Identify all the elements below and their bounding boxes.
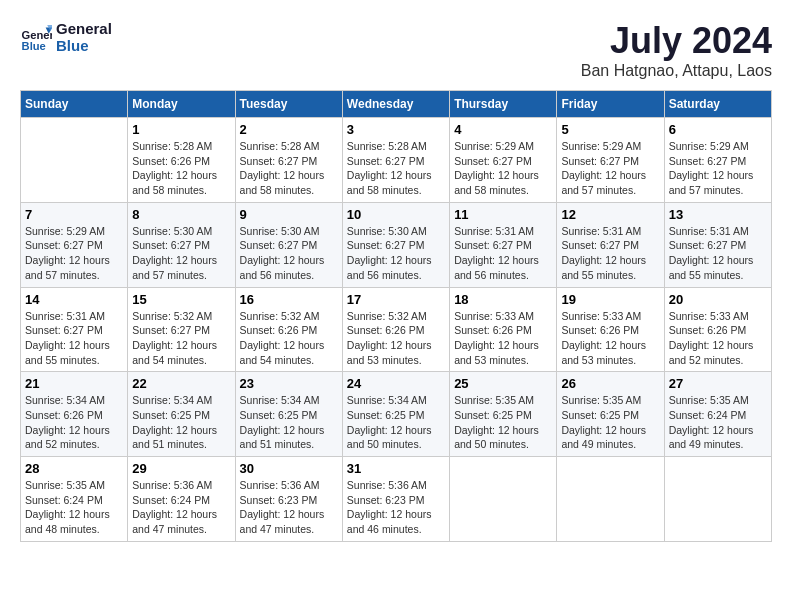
cell-w3-d5: 18Sunrise: 5:33 AMSunset: 6:26 PMDayligh… (450, 287, 557, 372)
cell-w4-d3: 23Sunrise: 5:34 AMSunset: 6:25 PMDayligh… (235, 372, 342, 457)
detail-line: and 58 minutes. (132, 183, 230, 198)
detail-line: Daylight: 12 hours (240, 338, 338, 353)
header-saturday: Saturday (664, 91, 771, 118)
detail-line: and 53 minutes. (454, 353, 552, 368)
detail-line: Sunrise: 5:34 AM (25, 393, 123, 408)
day-detail: Sunrise: 5:34 AMSunset: 6:25 PMDaylight:… (240, 393, 338, 452)
cell-w5-d4: 31Sunrise: 5:36 AMSunset: 6:23 PMDayligh… (342, 457, 449, 542)
detail-line: Sunrise: 5:35 AM (669, 393, 767, 408)
day-number: 15 (132, 292, 230, 307)
detail-line: Daylight: 12 hours (240, 507, 338, 522)
detail-line: and 48 minutes. (25, 522, 123, 537)
day-number: 31 (347, 461, 445, 476)
day-number: 21 (25, 376, 123, 391)
header-sunday: Sunday (21, 91, 128, 118)
detail-line: Sunset: 6:27 PM (347, 154, 445, 169)
header-thursday: Thursday (450, 91, 557, 118)
day-number: 1 (132, 122, 230, 137)
detail-line: Sunrise: 5:30 AM (132, 224, 230, 239)
detail-line: Sunset: 6:25 PM (347, 408, 445, 423)
day-number: 24 (347, 376, 445, 391)
detail-line: Sunset: 6:26 PM (454, 323, 552, 338)
day-detail: Sunrise: 5:30 AMSunset: 6:27 PMDaylight:… (132, 224, 230, 283)
detail-line: Sunset: 6:27 PM (132, 238, 230, 253)
detail-line: and 54 minutes. (132, 353, 230, 368)
detail-line: Sunset: 6:27 PM (669, 238, 767, 253)
detail-line: Sunset: 6:27 PM (454, 154, 552, 169)
day-detail: Sunrise: 5:32 AMSunset: 6:26 PMDaylight:… (347, 309, 445, 368)
detail-line: Daylight: 12 hours (669, 253, 767, 268)
day-number: 26 (561, 376, 659, 391)
detail-line: and 57 minutes. (669, 183, 767, 198)
detail-line: Sunrise: 5:29 AM (25, 224, 123, 239)
logo: General Blue General Blue (20, 20, 112, 54)
day-detail: Sunrise: 5:31 AMSunset: 6:27 PMDaylight:… (25, 309, 123, 368)
day-number: 7 (25, 207, 123, 222)
day-detail: Sunrise: 5:35 AMSunset: 6:24 PMDaylight:… (669, 393, 767, 452)
detail-line: Sunrise: 5:32 AM (240, 309, 338, 324)
day-detail: Sunrise: 5:33 AMSunset: 6:26 PMDaylight:… (454, 309, 552, 368)
day-number: 9 (240, 207, 338, 222)
detail-line: and 46 minutes. (347, 522, 445, 537)
detail-line: Sunset: 6:26 PM (240, 323, 338, 338)
detail-line: Sunset: 6:25 PM (132, 408, 230, 423)
day-detail: Sunrise: 5:28 AMSunset: 6:27 PMDaylight:… (240, 139, 338, 198)
day-number: 17 (347, 292, 445, 307)
detail-line: Daylight: 12 hours (132, 338, 230, 353)
day-detail: Sunrise: 5:28 AMSunset: 6:26 PMDaylight:… (132, 139, 230, 198)
detail-line: Sunset: 6:27 PM (347, 238, 445, 253)
detail-line: Daylight: 12 hours (25, 423, 123, 438)
day-number: 4 (454, 122, 552, 137)
detail-line: Sunset: 6:27 PM (561, 238, 659, 253)
detail-line: and 54 minutes. (240, 353, 338, 368)
detail-line: Sunrise: 5:31 AM (561, 224, 659, 239)
week-row-2: 7Sunrise: 5:29 AMSunset: 6:27 PMDaylight… (21, 202, 772, 287)
week-row-1: 1Sunrise: 5:28 AMSunset: 6:26 PMDaylight… (21, 118, 772, 203)
detail-line: Sunrise: 5:28 AM (240, 139, 338, 154)
cell-w2-d2: 8Sunrise: 5:30 AMSunset: 6:27 PMDaylight… (128, 202, 235, 287)
cell-w2-d4: 10Sunrise: 5:30 AMSunset: 6:27 PMDayligh… (342, 202, 449, 287)
detail-line: Sunrise: 5:34 AM (132, 393, 230, 408)
detail-line: Sunset: 6:25 PM (561, 408, 659, 423)
day-detail: Sunrise: 5:33 AMSunset: 6:26 PMDaylight:… (561, 309, 659, 368)
page-header: General Blue General Blue July 2024 Ban … (20, 20, 772, 80)
day-detail: Sunrise: 5:35 AMSunset: 6:25 PMDaylight:… (454, 393, 552, 452)
cell-w3-d1: 14Sunrise: 5:31 AMSunset: 6:27 PMDayligh… (21, 287, 128, 372)
day-detail: Sunrise: 5:36 AMSunset: 6:23 PMDaylight:… (347, 478, 445, 537)
day-detail: Sunrise: 5:31 AMSunset: 6:27 PMDaylight:… (454, 224, 552, 283)
day-detail: Sunrise: 5:31 AMSunset: 6:27 PMDaylight:… (561, 224, 659, 283)
cell-w4-d2: 22Sunrise: 5:34 AMSunset: 6:25 PMDayligh… (128, 372, 235, 457)
detail-line: Daylight: 12 hours (347, 507, 445, 522)
detail-line: Daylight: 12 hours (240, 423, 338, 438)
detail-line: Sunset: 6:27 PM (25, 238, 123, 253)
detail-line: Daylight: 12 hours (454, 253, 552, 268)
day-detail: Sunrise: 5:31 AMSunset: 6:27 PMDaylight:… (669, 224, 767, 283)
day-detail: Sunrise: 5:29 AMSunset: 6:27 PMDaylight:… (454, 139, 552, 198)
detail-line: Daylight: 12 hours (454, 168, 552, 183)
cell-w5-d3: 30Sunrise: 5:36 AMSunset: 6:23 PMDayligh… (235, 457, 342, 542)
cell-w3-d2: 15Sunrise: 5:32 AMSunset: 6:27 PMDayligh… (128, 287, 235, 372)
day-detail: Sunrise: 5:29 AMSunset: 6:27 PMDaylight:… (25, 224, 123, 283)
detail-line: Sunrise: 5:28 AM (347, 139, 445, 154)
detail-line: and 57 minutes. (132, 268, 230, 283)
calendar-header-row: SundayMondayTuesdayWednesdayThursdayFrid… (21, 91, 772, 118)
detail-line: Sunset: 6:25 PM (240, 408, 338, 423)
detail-line: Daylight: 12 hours (454, 423, 552, 438)
detail-line: and 57 minutes. (25, 268, 123, 283)
title-block: July 2024 Ban Hatgnao, Attapu, Laos (581, 20, 772, 80)
detail-line: Sunrise: 5:36 AM (347, 478, 445, 493)
day-number: 25 (454, 376, 552, 391)
day-number: 30 (240, 461, 338, 476)
day-number: 10 (347, 207, 445, 222)
detail-line: Daylight: 12 hours (132, 423, 230, 438)
day-detail: Sunrise: 5:36 AMSunset: 6:24 PMDaylight:… (132, 478, 230, 537)
detail-line: Daylight: 12 hours (240, 253, 338, 268)
detail-line: Sunrise: 5:29 AM (561, 139, 659, 154)
detail-line: Sunrise: 5:35 AM (561, 393, 659, 408)
detail-line: and 52 minutes. (669, 353, 767, 368)
cell-w4-d4: 24Sunrise: 5:34 AMSunset: 6:25 PMDayligh… (342, 372, 449, 457)
day-detail: Sunrise: 5:29 AMSunset: 6:27 PMDaylight:… (561, 139, 659, 198)
detail-line: Sunrise: 5:31 AM (669, 224, 767, 239)
cell-w4-d5: 25Sunrise: 5:35 AMSunset: 6:25 PMDayligh… (450, 372, 557, 457)
header-friday: Friday (557, 91, 664, 118)
